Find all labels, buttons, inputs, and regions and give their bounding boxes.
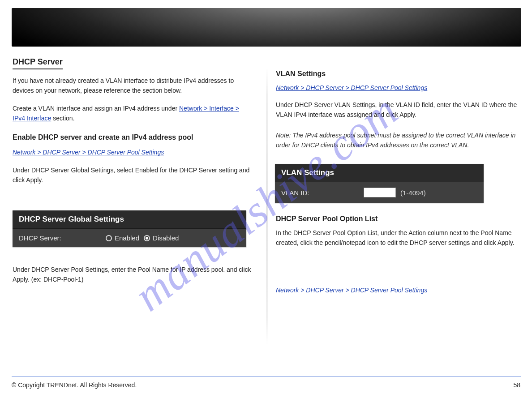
pool-nav-link[interactable]: Network > DHCP Server > DHCP Server Pool… xyxy=(13,149,164,156)
intro-text: If you have not already created a VLAN i… xyxy=(13,76,250,95)
vlan-subheading: VLAN Settings xyxy=(276,70,326,78)
dhcp-global-settings-panel: DHCP Server Global Settings DHCP Server:… xyxy=(13,210,246,247)
intro-link-prefix: Create a VLAN interface and assign an IP… xyxy=(13,105,179,112)
dhcp-disabled-label: Disabled xyxy=(153,234,179,242)
vlan-id-range-hint: (1-4094) xyxy=(400,189,426,197)
vlan-id-input[interactable] xyxy=(364,188,396,197)
vlan-nav-path[interactable]: Network > DHCP Server > DHCP Server Pool… xyxy=(276,83,427,93)
column-divider xyxy=(266,67,268,345)
vlan-step-1: Under DHCP Server VLAN Settings, in the … xyxy=(276,100,518,120)
pool-step-2: Under DHCP Server Pool Settings, enter t… xyxy=(13,265,254,284)
footer-rule xyxy=(12,376,521,377)
footer-copyright: © Copyright TRENDnet. All Rights Reserve… xyxy=(12,381,137,389)
pool-nav-path[interactable]: Network > DHCP Server > DHCP Server Pool… xyxy=(13,148,164,158)
dhcp-enabled-label: Enabled xyxy=(115,234,139,242)
option-list-nav-path[interactable]: Network > DHCP Server > DHCP Server Pool… xyxy=(276,286,427,295)
header-banner xyxy=(12,8,521,47)
radio-dot-icon xyxy=(144,235,150,241)
dhcp-disabled-radio[interactable]: Disabled xyxy=(144,234,179,242)
dhcp-panel-title: DHCP Server Global Settings xyxy=(13,210,246,229)
pool-step-1: Under DHCP Server Global Settings, selec… xyxy=(13,166,254,185)
intro-link-suffix: section. xyxy=(53,115,74,122)
vlan-settings-panel: VLAN Settings VLAN ID: (1-4094) xyxy=(275,164,484,203)
footer-page-number: 58 xyxy=(513,381,520,389)
vlan-id-label: VLAN ID: xyxy=(281,189,357,197)
vlan-note: Note: The IPv4 address pool subnet must … xyxy=(276,131,519,150)
option-list-body: In the DHCP Server Pool Option List, und… xyxy=(276,228,518,248)
option-list-nav-link[interactable]: Network > DHCP Server > DHCP Server Pool… xyxy=(276,287,427,294)
intro-link-sentence: Create a VLAN interface and assign an IP… xyxy=(13,104,250,123)
dhcp-enabled-radio[interactable]: Enabled xyxy=(106,234,139,242)
dhcp-server-label: DHCP Server: xyxy=(19,234,99,242)
pool-subheading: Enable DHCP server and create an IPv4 ad… xyxy=(13,133,193,141)
radio-dot-icon xyxy=(106,235,112,241)
section-heading-dhcp-server: DHCP Server xyxy=(13,57,63,69)
vlan-panel-title: VLAN Settings xyxy=(275,164,484,182)
vlan-nav-link[interactable]: Network > DHCP Server > DHCP Server Pool… xyxy=(276,84,427,91)
option-list-subheading: DHCP Server Pool Option List xyxy=(276,215,378,223)
